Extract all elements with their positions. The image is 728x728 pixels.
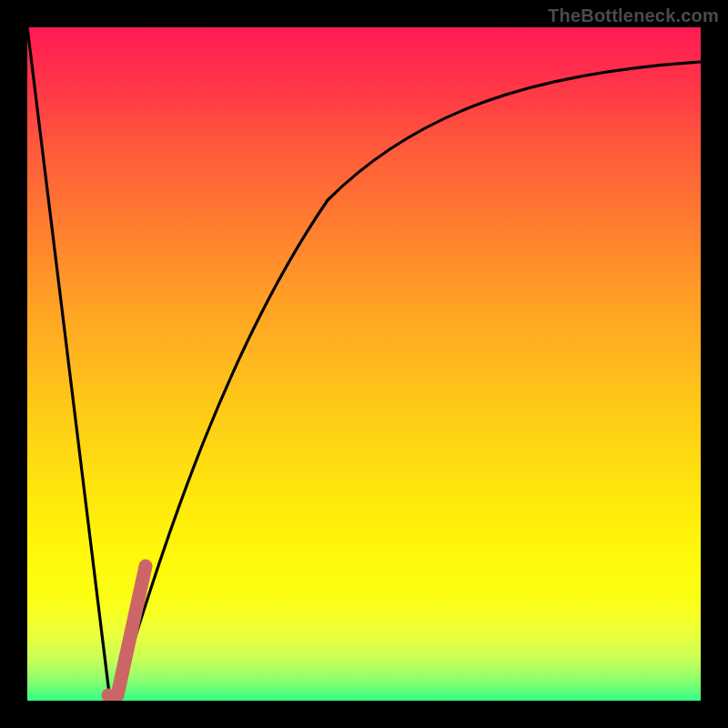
watermark-text: TheBottleneck.com — [548, 5, 719, 26]
v-curve-path — [27, 27, 701, 698]
highlight-segment-path — [108, 566, 146, 699]
plot-area — [27, 27, 701, 701]
curve-layer — [27, 27, 701, 701]
chart-frame: TheBottleneck.com — [0, 0, 728, 728]
